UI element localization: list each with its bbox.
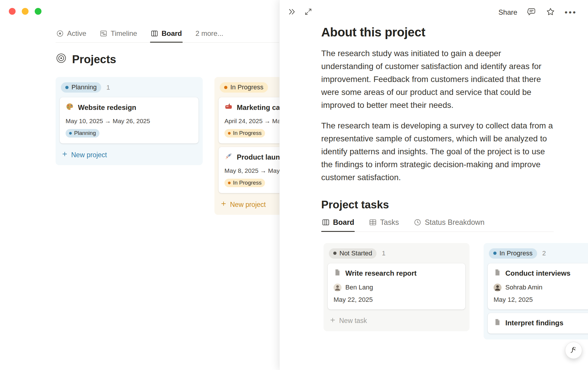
assignee-row: Sohrab Amin xyxy=(494,284,588,292)
column-header: Not Started 1 xyxy=(326,245,467,262)
status-dot xyxy=(228,182,231,184)
task-card-write-research-report[interactable]: Write research report Ben Lang xyxy=(328,263,465,309)
tab-active-view[interactable]: Active xyxy=(56,29,87,42)
double-chevron-right-icon xyxy=(287,7,297,18)
page-icon xyxy=(494,269,501,278)
plus-icon xyxy=(329,317,336,325)
card-title: Write research report xyxy=(345,269,417,277)
card-status-tag: In Progress xyxy=(224,179,265,187)
more-options-button[interactable]: ••• xyxy=(565,8,577,16)
page-title-text: Projects xyxy=(72,53,116,66)
expand-page-button[interactable] xyxy=(304,8,312,17)
zoom-window-button[interactable] xyxy=(35,8,41,15)
rocket-icon xyxy=(224,152,233,162)
tab-label: Timeline xyxy=(111,29,137,38)
tab-more-views[interactable]: 2 more... xyxy=(195,29,224,42)
status-badge-planning[interactable]: Planning xyxy=(61,82,101,93)
palette-icon xyxy=(66,103,74,113)
page-icon xyxy=(334,269,341,278)
column-planning: Planning 1 xyxy=(56,77,203,165)
timeline-icon xyxy=(100,30,107,37)
star-icon xyxy=(546,7,555,18)
peek-toolbar: Share ••• xyxy=(279,0,588,19)
status-dot xyxy=(228,132,231,135)
plus-icon xyxy=(61,151,68,159)
avatar xyxy=(334,284,342,292)
close-window-button[interactable] xyxy=(9,8,16,15)
minimize-window-button[interactable] xyxy=(22,8,29,15)
about-paragraph: The research team is developing a survey… xyxy=(321,119,554,184)
tasks-tab-bar: Board Tasks xyxy=(321,218,554,232)
favorite-button[interactable] xyxy=(546,7,555,18)
status-badge-in-progress[interactable]: In Progress xyxy=(220,82,268,93)
app-window: Active Timeline xyxy=(0,0,588,370)
side-peek-panel: Share ••• xyxy=(279,0,588,370)
task-date: May 12, 2025 xyxy=(494,296,588,304)
column-count: 2 xyxy=(542,250,546,257)
tab-board-view[interactable]: Board xyxy=(150,29,182,42)
about-paragraph: The research study was initiated to gain… xyxy=(321,47,554,112)
tasks-board: Not Started 1 Write res xyxy=(324,243,588,339)
mailbox-icon xyxy=(224,103,233,113)
status-dot xyxy=(333,252,337,255)
column-not-started: Not Started 1 Write res xyxy=(324,243,469,331)
tab-label: Active xyxy=(67,29,86,38)
status-dot xyxy=(65,86,69,89)
comments-button[interactable] xyxy=(527,7,536,18)
project-card-website-redesign[interactable]: Website redesign May 10, 2025 → May 26, … xyxy=(60,97,199,143)
ai-sparkle-icon xyxy=(569,346,578,355)
assignee-row: Ben Lang xyxy=(334,284,459,292)
notion-ai-button[interactable] xyxy=(565,342,582,359)
expand-diagonal-icon xyxy=(304,8,312,17)
board-icon xyxy=(151,30,158,37)
card-status-tag: Planning xyxy=(66,129,99,138)
card-title: Interpret findings xyxy=(505,319,563,327)
task-date: May 22, 2025 xyxy=(334,296,459,304)
board-icon xyxy=(322,218,330,226)
assignee-name: Sohrab Amin xyxy=(505,284,542,291)
clock-icon xyxy=(414,218,422,226)
share-button[interactable]: Share xyxy=(499,8,517,16)
target-icon xyxy=(56,53,67,66)
close-side-peek-button[interactable] xyxy=(287,7,297,18)
star-circle-icon xyxy=(56,30,64,37)
task-card-conduct-interviews[interactable]: Conduct interviews Sohrab Amin xyxy=(488,263,588,309)
tab-label: 2 more... xyxy=(196,29,224,38)
tab-timeline-view[interactable]: Timeline xyxy=(99,29,138,42)
status-badge-in-progress[interactable]: In Progress xyxy=(489,248,537,259)
window-controls xyxy=(9,8,41,15)
column-tasks-in-progress: In Progress 2 Conduct i xyxy=(484,243,588,339)
view-tab-bar: Active Timeline xyxy=(56,29,279,43)
tasks-heading: Project tasks xyxy=(321,199,588,211)
column-header: Planning 1 xyxy=(58,79,200,96)
avatar xyxy=(494,284,502,292)
table-icon xyxy=(369,218,377,226)
tab-tasks-board[interactable]: Board xyxy=(321,218,355,232)
tab-label: Board xyxy=(161,29,182,38)
comment-icon xyxy=(527,7,536,18)
tab-tasks-table[interactable]: Tasks xyxy=(368,218,399,232)
card-date-range: May 10, 2025 → May 26, 2025 xyxy=(66,118,193,125)
peek-content: About this project The research study wa… xyxy=(279,19,588,339)
new-project-button[interactable]: New project xyxy=(58,147,200,163)
status-dot xyxy=(493,252,497,255)
new-task-button[interactable]: New task xyxy=(326,313,467,329)
status-dot xyxy=(69,132,72,135)
column-count: 1 xyxy=(382,250,385,257)
status-dot xyxy=(224,86,227,89)
column-count: 1 xyxy=(106,84,110,91)
card-status-tag: In Progress xyxy=(224,129,265,138)
about-heading: About this project xyxy=(321,25,588,39)
task-card-interpret-findings[interactable]: Interpret findings xyxy=(488,313,588,334)
card-title: Website redesign xyxy=(78,103,136,112)
page-icon xyxy=(494,318,501,328)
status-badge-not-started[interactable]: Not Started xyxy=(329,248,377,259)
column-header: In Progress 2 xyxy=(486,245,588,262)
card-title: Conduct interviews xyxy=(505,269,570,277)
plus-icon xyxy=(220,200,227,209)
tab-status-breakdown[interactable]: Status Breakdown xyxy=(413,218,485,232)
assignee-name: Ben Lang xyxy=(345,284,373,291)
